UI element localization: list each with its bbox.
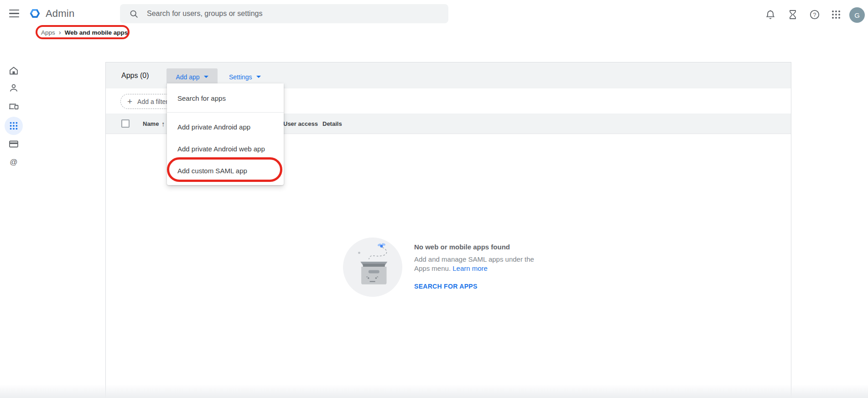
chevron-down-icon (256, 76, 261, 78)
learn-more-link[interactable]: Learn more (452, 264, 488, 272)
account-avatar[interactable]: G (849, 7, 865, 23)
menu-item-add-custom-saml-app[interactable]: Add custom SAML app (167, 160, 284, 181)
menu-divider (167, 112, 284, 113)
menu-item-add-private-android-app[interactable]: Add private Android app (167, 116, 284, 138)
menu-item-search-for-apps[interactable]: Search for apps (167, 87, 284, 109)
breadcrumb: Apps › Web and mobile apps (41, 26, 128, 39)
sidebar-item-billing[interactable] (5, 135, 23, 153)
avatar-initial: G (854, 11, 860, 19)
admin-logo-icon (28, 7, 42, 20)
tasks-hourglass-icon[interactable] (787, 9, 798, 20)
sidebar-item-account[interactable]: @ (5, 153, 23, 171)
notifications-bell-icon[interactable] (765, 9, 776, 20)
empty-state-illustration (343, 238, 402, 297)
column-header-name[interactable]: Name (143, 114, 159, 134)
settings-label: Settings (229, 73, 252, 81)
empty-box-illustration-icon (345, 240, 400, 295)
google-admin-console: Admin ? (0, 0, 868, 398)
search-input[interactable] (146, 9, 421, 18)
person-icon (8, 83, 19, 93)
credit-card-icon (8, 139, 19, 150)
left-nav-rail: @ (0, 27, 26, 398)
top-bar: Admin ? (0, 0, 868, 27)
devices-icon (8, 101, 19, 112)
breadcrumb-apps-link[interactable]: Apps (41, 29, 55, 36)
settings-button[interactable]: Settings (223, 68, 267, 85)
select-all-checkbox[interactable] (121, 119, 130, 128)
breadcrumb-current-page: Web and mobile apps (65, 29, 128, 36)
apps-count-title: Apps (0) (121, 62, 149, 88)
sidebar-item-directory[interactable] (5, 79, 23, 97)
empty-state-body: Add and manage SAML apps under the Apps … (414, 255, 549, 273)
google-apps-grid-icon[interactable] (831, 9, 842, 20)
sidebar-item-apps[interactable] (5, 117, 23, 135)
plus-icon: + (127, 97, 132, 106)
breadcrumb-chevron-icon: › (59, 29, 61, 36)
sidebar-item-home[interactable] (5, 62, 23, 80)
sidebar-item-devices[interactable] (5, 97, 23, 115)
svg-text:@: @ (10, 158, 17, 166)
add-filter-label: Add a filter (137, 98, 168, 105)
at-sign-icon: @ (8, 157, 19, 168)
apps-grid-icon (9, 121, 19, 131)
add-app-label: Add app (176, 73, 199, 81)
menu-item-add-private-android-web-app[interactable]: Add private Android web app (167, 138, 284, 160)
home-icon (8, 65, 19, 76)
help-icon[interactable]: ? (809, 9, 820, 20)
add-app-dropdown-menu: Search for apps Add private Android app … (167, 83, 284, 185)
search-bar[interactable] (120, 4, 448, 23)
empty-state-text: No web or mobile apps found Add and mana… (414, 243, 551, 290)
empty-state-title: No web or mobile apps found (414, 243, 551, 251)
chevron-down-icon (204, 76, 208, 78)
add-app-button[interactable]: Add app (166, 68, 218, 85)
search-icon (129, 9, 139, 19)
column-header-user-access[interactable]: User access (283, 114, 318, 134)
svg-text:?: ? (813, 12, 816, 18)
app-title: Admin (46, 8, 74, 20)
column-header-details[interactable]: Details (322, 114, 342, 134)
search-for-apps-button[interactable]: SEARCH FOR APPS (414, 283, 551, 290)
menu-icon[interactable] (9, 10, 19, 18)
sort-ascending-icon[interactable]: ↑ (161, 114, 165, 134)
